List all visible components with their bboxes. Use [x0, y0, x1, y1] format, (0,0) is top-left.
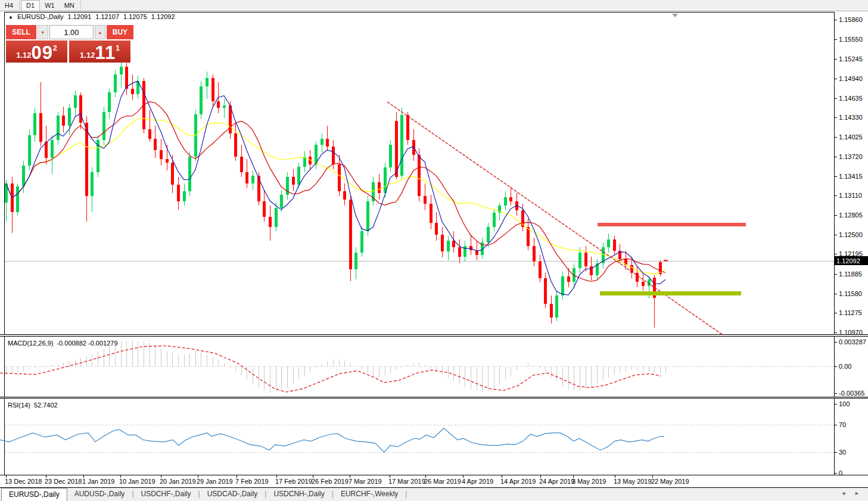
- date-axis-label: 3 May 2019: [572, 478, 606, 485]
- macd-axis-label: 0.00: [839, 363, 851, 370]
- rsi-line: [0, 428, 664, 453]
- buy-price-button[interactable]: 1.12 11 1: [69, 41, 130, 63]
- date-axis-label: 10 Jan 2019: [119, 478, 155, 485]
- price-axis-label: 1.14025: [839, 133, 863, 141]
- price-axis-label: 1.13415: [839, 173, 863, 180]
- date-axis-label: 26 Feb 2019: [312, 478, 349, 485]
- price-axis-label: 1.12500: [839, 231, 863, 238]
- date-axis-label: 14 Apr 2019: [500, 478, 536, 485]
- tf-button-mn[interactable]: MN: [60, 0, 79, 11]
- one-click-trading-widget: SELL ▼ 1.00 ▲ BUY 1.12 09 2 1.12 11 1: [6, 25, 133, 63]
- rsi-axis-label: 70: [839, 421, 846, 428]
- volume-input[interactable]: 1.00: [49, 25, 94, 39]
- tf-button-d1[interactable]: D1: [21, 0, 40, 11]
- macd-signal-line: [0, 346, 661, 393]
- tab-eurchf-weekly[interactable]: EURCHF-,Weekly: [334, 488, 405, 501]
- macd-axis-label: -0.00365: [839, 390, 864, 397]
- resistance-zone-line: [598, 223, 746, 226]
- ohlc-close: 1.12092: [151, 13, 175, 20]
- mt4-terminal: { "toolbar": {"buttons": [ {"label": "H4…: [0, 0, 868, 501]
- price-axis-label: 1.13110: [839, 192, 862, 199]
- chart-shift-marker-icon: [672, 14, 678, 17]
- buy-button[interactable]: BUY: [107, 25, 133, 39]
- date-axis-label: 13 Dec 2018: [5, 478, 42, 485]
- tab-usdcnh-daily[interactable]: USDCNH-,Daily: [266, 488, 331, 501]
- buy-price-main: 11: [95, 44, 116, 62]
- tab-scroll-right-icon[interactable]: ►: [854, 490, 860, 501]
- rsi-axis-label: 100: [839, 400, 850, 407]
- date-axis-label: 22 May 2019: [651, 478, 689, 485]
- tab-eurusd-daily[interactable]: EURUSD-,Daily: [1, 488, 67, 501]
- toolbar-separator: [80, 1, 81, 10]
- chart-canvas[interactable]: 1.158601.155501.152451.149401.146351.143…: [0, 11, 868, 488]
- price-axis-label: 1.15860: [839, 16, 863, 23]
- rsi-name: RSI(14): [8, 402, 30, 409]
- date-axis-label: 23 Dec 2018: [45, 478, 82, 485]
- date-axis-label: 20 Jan 2019: [160, 478, 196, 485]
- price-axis-label: 1.13720: [839, 153, 863, 160]
- ohlc-open: 1.12091: [68, 13, 92, 20]
- moving-average-20: [6, 119, 665, 274]
- tab-scroll-left-icon[interactable]: ◄: [841, 490, 846, 501]
- sell-price-main: 09: [32, 44, 53, 62]
- tab-audusd-daily[interactable]: AUDUSD-,Daily: [67, 488, 132, 501]
- chart-window: 1.158601.155501.152451.149401.146351.143…: [0, 11, 868, 488]
- date-axis-label: 17 Mar 2019: [388, 478, 425, 485]
- buy-price-pip: 1: [116, 44, 120, 52]
- symbol-info-bar: ▲ EURUSD-,Daily 1.12091 1.12107 1.12075 …: [8, 13, 175, 20]
- sell-price-pip: 2: [53, 44, 57, 52]
- tab-usdcad-daily[interactable]: USDCAD-,Daily: [200, 488, 265, 501]
- collapse-arrow-icon[interactable]: ▲: [8, 14, 13, 20]
- price-axis-label: 1.10970: [839, 329, 863, 336]
- current-price-tag: 1.12092: [835, 256, 868, 265]
- price-axis-label: 1.14635: [839, 95, 863, 102]
- price-axis-label: 1.12805: [839, 211, 863, 219]
- macd-indicator-label: MACD(12,26,9) -0.000882 -0.001279: [8, 340, 118, 347]
- macd-values: -0.000882 -0.001279: [57, 340, 117, 347]
- date-axis-label: 7 Mar 2019: [349, 478, 382, 485]
- descending-trendline: [387, 102, 723, 335]
- macd-name: MACD(12,26,9): [8, 340, 53, 347]
- rsi-axis-label: 30: [839, 449, 846, 456]
- tf-button-w1[interactable]: W1: [40, 0, 60, 11]
- price-axis-label: 1.15550: [839, 36, 863, 43]
- tf-button-h4[interactable]: H4: [0, 0, 18, 11]
- sell-price-button[interactable]: 1.12 09 2: [6, 41, 67, 63]
- price-axis-label: 1.14940: [839, 75, 863, 82]
- price-axis-label: 1.15245: [839, 55, 863, 63]
- date-axis-label: 4 Apr 2019: [462, 478, 493, 485]
- volume-decrease-button[interactable]: ▼: [38, 25, 48, 39]
- tab-scroll-arrows: ◄ ►: [841, 488, 868, 501]
- symbol-title: EURUSD-,Daily: [17, 13, 64, 20]
- price-axis-label: 1.14330: [839, 114, 863, 121]
- ohlc-low: 1.12075: [123, 13, 147, 20]
- sell-button[interactable]: SELL: [6, 25, 36, 39]
- rsi-value: 52.7402: [34, 402, 58, 409]
- price-axis-label: 1.11275: [839, 309, 862, 316]
- toolbar-separator: [19, 1, 20, 10]
- date-axis-label: 13 May 2019: [614, 478, 652, 485]
- date-axis-label: 29 Jan 2019: [197, 478, 233, 485]
- date-axis-label: 24 Apr 2019: [539, 478, 574, 485]
- date-axis-label: 1 Jan 2019: [82, 478, 114, 485]
- date-axis-label: 7 Feb 2019: [235, 478, 269, 485]
- volume-increase-button[interactable]: ▲: [95, 25, 105, 39]
- tab-usdchf-daily[interactable]: USDCHF-,Daily: [134, 488, 198, 501]
- rsi-axis-label: 0: [839, 469, 842, 477]
- buy-price-prefix: 1.12: [80, 51, 95, 60]
- chart-tabs-bar: EURUSD-,Daily AUDUSD-,Daily | USDCHF-,Da…: [0, 488, 868, 501]
- price-axis-label: 1.11885: [839, 270, 862, 278]
- date-axis-label: 17 Feb 2019: [275, 478, 312, 485]
- price-axis-label: 1.11580: [839, 290, 862, 297]
- timeframe-toolbar: H4 D1 W1 MN: [0, 0, 868, 11]
- sell-price-prefix: 1.12: [16, 51, 31, 60]
- rsi-indicator-label: RSI(14) 52.7402: [8, 402, 58, 409]
- date-axis-label: 26 Mar 2019: [424, 478, 461, 485]
- support-zone-line: [600, 291, 741, 295]
- tab-separator: |: [405, 488, 407, 501]
- ohlc-high: 1.12107: [95, 13, 119, 20]
- candlestick-series: [5, 61, 668, 328]
- macd-axis-label: 0.003287: [839, 338, 866, 346]
